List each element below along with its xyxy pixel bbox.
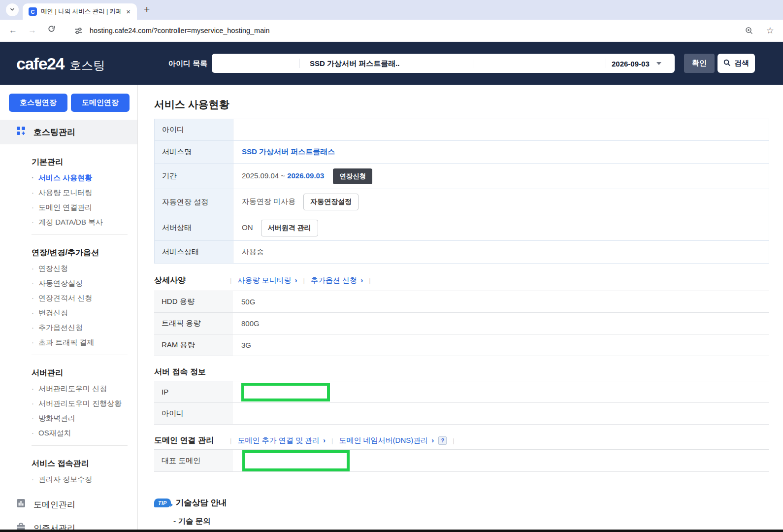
- sidebar-item-server-helper-apply[interactable]: 서버관리도우미 신청: [32, 384, 137, 393]
- main-content: 서비스 사용현황 아이디 서비스명 SSD 가상서버 퍼스트클래스 기간 202…: [138, 85, 783, 530]
- domain-add-manage-link[interactable]: 도메인 추가 연결 및 관리›: [237, 436, 326, 445]
- sidebar-item-label: 호스팅관리: [33, 127, 75, 138]
- sidebar-group-renew-change: 연장/변경/추가옵션 연장신청 자동연장설정 연장견적서 신청 변경신청 추가옵…: [0, 248, 137, 347]
- sidebar-group-basic: 기본관리 서비스 사용현황 사용량 모니터링 도메인 연결관리 계정 DATA/…: [0, 157, 137, 227]
- divider: [32, 445, 128, 446]
- service-search-bar[interactable]: SSD 가상서버 퍼스트클래.. 2026-09-03: [212, 54, 675, 73]
- sidebar-item-certificate-management[interactable]: 인증서관리: [0, 522, 137, 530]
- chart-icon: [16, 499, 26, 510]
- autorenew-status: 자동연장 미사용: [242, 197, 295, 205]
- new-tab-icon[interactable]: +: [144, 3, 150, 15]
- divider: |: [331, 437, 333, 444]
- browser-url-bar: ← → hosting.cafe24.com/?controller=myser…: [0, 20, 783, 42]
- sidebar-item-admin-info-edit[interactable]: 관리자 정보수정: [32, 475, 137, 484]
- usage-monitoring-link[interactable]: 사용량 모니터링›: [237, 276, 297, 285]
- forward-icon[interactable]: →: [28, 26, 36, 35]
- domain-table: 대표 도메인: [154, 449, 769, 472]
- sidebar: 호스팅연장 도메인연장 호스팅관리 기본관리 서비스 사용현황 사용량 모니: [0, 85, 138, 530]
- date-select-value[interactable]: 2026-09-03: [612, 59, 650, 67]
- cafe24-favicon: C: [29, 7, 37, 16]
- autorenew-setting-button[interactable]: 자동연장설정: [303, 194, 359, 210]
- sidebar-item-os-reinstall[interactable]: OS재설치: [32, 429, 137, 437]
- sidebar-item-usage-monitoring[interactable]: 사용량 모니터링: [32, 188, 137, 197]
- sidebar-item-excess-traffic-payment[interactable]: 초과 트래픽 결제: [32, 338, 137, 347]
- table-row-ram: RAM 용량 3G: [154, 334, 769, 356]
- row-label: 트래픽 용량: [154, 313, 233, 334]
- service-state-value: 사용중: [233, 241, 769, 264]
- sidebar-item-domain-management[interactable]: 도메인관리: [0, 499, 137, 510]
- tip-badge: TIP: [154, 499, 171, 507]
- zoom-icon[interactable]: [745, 26, 753, 35]
- addon-apply-link[interactable]: 추가옵션 신청›: [311, 276, 363, 285]
- divider: |: [230, 277, 231, 284]
- spec-table: HDD 용량 50G 트래픽 용량 800G RAM 용량 3G: [154, 291, 769, 356]
- sidebar-item-firewall[interactable]: 방화벽관리: [32, 414, 137, 423]
- domain-renew-button[interactable]: 도메인연장: [71, 94, 130, 112]
- sidebar-item-renew-apply[interactable]: 연장신청: [32, 264, 137, 273]
- group-header: 연장/변경/추가옵션: [32, 248, 137, 258]
- row-label: 서비스명: [155, 141, 233, 164]
- tab-search-button[interactable]: [6, 3, 19, 16]
- sidebar-item-change-apply[interactable]: 변경신청: [32, 308, 137, 317]
- table-row-service-name: 서비스명 SSD 가상서버 퍼스트클래스: [155, 141, 769, 164]
- logo-hosting-label: 호스팅: [69, 57, 105, 73]
- sidebar-item-domain-connection[interactable]: 도메인 연결관리: [32, 203, 137, 212]
- divider: [474, 59, 474, 68]
- link-label: 도메인 네임서버(DNS)관리: [339, 436, 428, 444]
- table-row-hdd: HDD 용량 50G: [154, 291, 769, 313]
- sidebar-group-service-access: 서비스 접속관리 관리자 정보수정: [0, 459, 137, 484]
- server-access-section-header: 서버 접속 정보: [154, 366, 783, 378]
- sidebar-item-hosting-management[interactable]: 호스팅관리: [0, 120, 137, 144]
- server-remote-button[interactable]: 서버원격 관리: [261, 220, 318, 236]
- sidebar-item-addon-apply[interactable]: 추가옵션신청: [32, 323, 137, 332]
- confirm-button[interactable]: 확인: [684, 54, 715, 73]
- sidebar-item-server-helper-status[interactable]: 서버관리도우미 진행상황: [32, 399, 137, 408]
- sidebar-item-renewal-quote[interactable]: 연장견적서 신청: [32, 294, 137, 302]
- sidebar-item-service-usage[interactable]: 서비스 사용현황: [32, 173, 137, 182]
- divider: [299, 59, 299, 68]
- chevron-down-icon: [9, 5, 15, 14]
- service-select-value[interactable]: SSD 가상서버 퍼스트클래..: [310, 59, 400, 68]
- link-label: 추가옵션 신청: [311, 276, 357, 284]
- row-label: IP: [154, 381, 233, 403]
- page-title: 서비스 사용현황: [154, 98, 783, 111]
- help-icon[interactable]: ?: [438, 436, 447, 445]
- browser-tab-strip: C 메인 | 나의 서비스 관리 | 카페 × +: [0, 0, 783, 20]
- group-header: 기본관리: [32, 157, 137, 167]
- sidebar-item-autorenew-setting[interactable]: 자동연장설정: [32, 279, 137, 288]
- search-icon: [723, 59, 731, 68]
- chevron-right-icon: ›: [360, 276, 363, 284]
- sidebar-item-label: 도메인관리: [33, 499, 75, 510]
- cafe24-logo[interactable]: cafe24 호스팅: [16, 54, 105, 73]
- bookmark-star-icon[interactable]: ☆: [766, 25, 774, 36]
- link-label: 사용량 모니터링: [237, 276, 291, 284]
- section-title: 서버 접속 정보: [154, 367, 224, 377]
- browser-tab[interactable]: C 메인 | 나의 서비스 관리 | 카페 ×: [23, 3, 137, 20]
- section-title: 도메인 연결 관리: [154, 435, 224, 446]
- renew-apply-button[interactable]: 연장신청: [333, 168, 372, 184]
- search-button[interactable]: 검색: [718, 54, 755, 73]
- server-id-value: [233, 403, 769, 425]
- dns-manage-link[interactable]: 도메인 네임서버(DNS)관리›: [339, 436, 434, 445]
- table-row-traffic: 트래픽 용량 800G: [154, 313, 769, 334]
- spec-section-header: 상세사양 | 사용량 모니터링› | 추가옵션 신청› |: [154, 274, 783, 286]
- url-text[interactable]: hosting.cafe24.com/?controller=myservice…: [90, 27, 732, 34]
- hosting-renew-button[interactable]: 호스팅연장: [9, 94, 67, 112]
- sidebar-item-data-db-copy[interactable]: 계정 DATA/DB 복사: [32, 218, 137, 227]
- period-end: 2026.09.03: [287, 171, 324, 180]
- table-row-service-state: 서비스상태 사용중: [155, 241, 769, 264]
- domain-section-header: 도메인 연결 관리 | 도메인 추가 연결 및 관리› | 도메인 네임서버(D…: [154, 434, 783, 446]
- back-icon[interactable]: ←: [9, 26, 17, 35]
- page: C 메인 | 나의 서비스 관리 | 카페 × + ← → hosting.ca…: [0, 0, 783, 532]
- service-name-link[interactable]: SSD 가상서버 퍼스트클래스: [242, 147, 335, 156]
- tip-subtitle: - 기술 문의: [173, 516, 783, 527]
- reload-icon[interactable]: [47, 25, 56, 36]
- tune-icon[interactable]: [74, 27, 83, 35]
- row-label: 기간: [155, 164, 233, 189]
- divider: |: [303, 277, 305, 284]
- table-row-server-id: 아이디: [154, 403, 769, 425]
- row-label: 아이디: [154, 403, 233, 425]
- close-icon[interactable]: ×: [125, 7, 132, 16]
- group-header: 서비스 접속관리: [32, 459, 137, 469]
- chevron-down-icon[interactable]: [656, 62, 661, 65]
